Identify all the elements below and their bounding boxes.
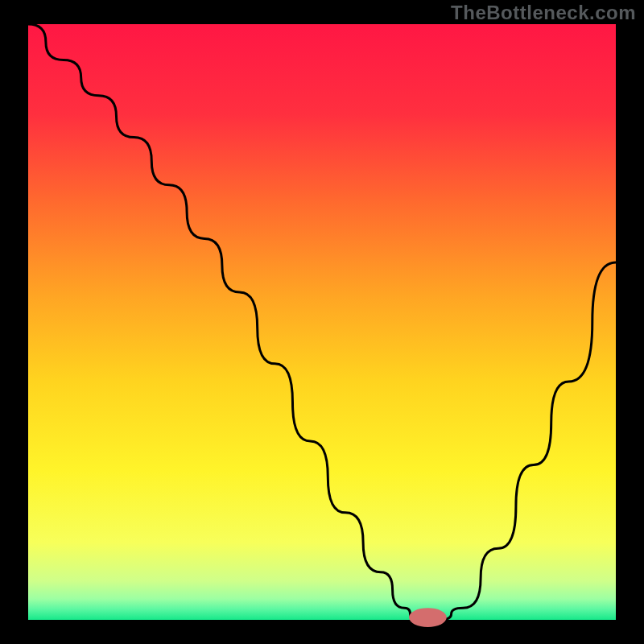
optimal-point-marker [409,608,447,627]
bottleneck-chart [0,0,644,644]
watermark-text: TheBottleneck.com [451,2,636,24]
chart-frame: TheBottleneck.com [0,0,644,644]
